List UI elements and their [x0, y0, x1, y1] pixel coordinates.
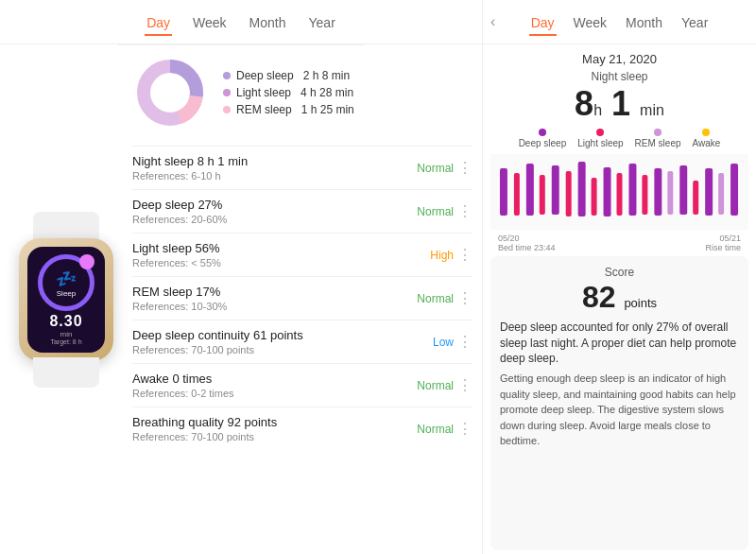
- metric-deep-sleep-status: Normal: [417, 205, 454, 218]
- svg-rect-19: [679, 165, 687, 215]
- legend-right-light-dot: [596, 129, 604, 136]
- svg-rect-18: [667, 171, 673, 215]
- svg-point-3: [151, 74, 189, 112]
- legend-right-awake-dot: [702, 129, 710, 136]
- legend: Deep sleep 2 h 8 min Light sleep 4 h 28 …: [223, 69, 354, 116]
- metric-deep-sleep: Deep sleep 27% References: 20-60% Normal…: [132, 189, 472, 233]
- watch-min: min: [60, 330, 73, 338]
- legend-right-deep: Deep sleep: [519, 129, 567, 148]
- sleep-data: Deep sleep 2 h 8 min Light sleep 4 h 28 …: [132, 45, 482, 554]
- tab-day-left[interactable]: Day: [145, 11, 172, 36]
- svg-rect-7: [526, 164, 534, 216]
- sleep-chart-svg: [490, 154, 748, 230]
- legend-rem-sleep: REM sleep 1 h 25 min: [223, 103, 354, 116]
- metric-deep-continuity-dots[interactable]: ⋮: [457, 335, 472, 350]
- metric-awake-left: Awake 0 times References: 0-2 times: [132, 372, 417, 399]
- svg-rect-9: [552, 165, 559, 215]
- svg-rect-16: [642, 175, 647, 215]
- sleep-label: Sleep: [57, 289, 76, 298]
- metric-deep-continuity-ref: References: 70-100 points: [132, 344, 433, 355]
- metric-night-sleep-status: Normal: [417, 162, 454, 175]
- svg-rect-12: [592, 178, 597, 216]
- svg-rect-8: [540, 175, 545, 215]
- metric-rem-sleep-status: Normal: [417, 292, 454, 305]
- metric-deep-continuity: Deep sleep continuity 61 points Referenc…: [132, 320, 472, 363]
- score-unit: points: [624, 296, 657, 310]
- metric-deep-sleep-title: Deep sleep 27%: [132, 198, 417, 212]
- legend-right-light: Light sleep: [577, 129, 623, 148]
- score-desc-body: Getting enough deep sleep is an indicato…: [500, 371, 739, 449]
- score-desc-title: Deep sleep accounted for only 27% of ove…: [500, 320, 739, 367]
- tab-day-right[interactable]: Day: [529, 11, 557, 36]
- metric-light-sleep: Light sleep 56% References: < 55% High ⋮: [132, 233, 472, 276]
- legend-right-awake: Awake: [693, 129, 721, 148]
- svg-rect-11: [578, 162, 586, 216]
- left-tab-bar: Day Week Month Year: [0, 0, 482, 44]
- watch-screen: 💤 Sleep 8.30 min Target: 8 h: [27, 247, 105, 353]
- tab-week-right[interactable]: Week: [572, 11, 610, 36]
- night-sleep-label: Night sleep: [483, 70, 756, 83]
- tab-year-right[interactable]: Year: [679, 11, 710, 36]
- legend-rem-sleep-value: 1 h 25 min: [301, 103, 354, 116]
- date-header: May 21, 2020: [483, 44, 756, 70]
- metric-night-sleep-ref: References: 6-10 h: [132, 170, 417, 182]
- svg-rect-5: [500, 168, 507, 216]
- big-sleep-time: 8h 1 min: [483, 85, 756, 123]
- watch-container: 💤 Sleep 8.30 min Target: 8 h: [0, 45, 132, 554]
- watch-target: Target: 8 h: [50, 338, 81, 345]
- metric-light-sleep-status: High: [430, 249, 454, 262]
- score-section: Score 82 points Deep sleep accounted for…: [490, 256, 748, 550]
- svg-rect-6: [514, 173, 520, 216]
- metric-deep-continuity-title: Deep sleep continuity 61 points: [132, 328, 433, 342]
- legend-right-rem: REM sleep: [635, 129, 681, 148]
- metric-deep-sleep-left: Deep sleep 27% References: 20-60%: [132, 198, 417, 225]
- tab-month-right[interactable]: Month: [624, 11, 664, 36]
- legend-right-rem-dot: [654, 129, 662, 136]
- svg-rect-10: [566, 171, 572, 216]
- metric-breathing-left: Breathing quality 92 points References: …: [132, 415, 417, 442]
- chart-bed-time: Bed time 23:44: [498, 243, 556, 252]
- svg-rect-17: [654, 168, 662, 216]
- metric-awake-ref: References: 0-2 times: [132, 388, 417, 399]
- metric-light-sleep-ref: References: < 55%: [132, 257, 430, 268]
- metric-light-sleep-dots[interactable]: ⋮: [457, 248, 472, 263]
- metric-night-sleep-dots[interactable]: ⋮: [457, 161, 472, 176]
- sleep-legend-row: Deep sleep Light sleep REM sleep Awake: [483, 123, 756, 154]
- tab-week-left[interactable]: Week: [191, 11, 229, 36]
- metric-deep-sleep-dots[interactable]: ⋮: [457, 204, 472, 219]
- right-tab-bar: ‹ Day Week Month Year: [483, 0, 756, 44]
- metric-awake-dots[interactable]: ⋮: [457, 378, 472, 393]
- watch-band-bottom: [33, 357, 99, 388]
- svg-rect-20: [693, 181, 698, 215]
- metric-night-sleep-title: Night sleep 8 h 1 min: [132, 154, 417, 168]
- nav-arrow-left[interactable]: ‹: [490, 13, 495, 30]
- legend-deep-sleep-label: Deep sleep: [236, 69, 294, 82]
- legend-deep-sleep-value: 2 h 8 min: [303, 69, 350, 82]
- metrics-list: Night sleep 8 h 1 min References: 6-10 h…: [132, 146, 472, 450]
- metric-rem-sleep-title: REM sleep 17%: [132, 285, 417, 299]
- svg-rect-23: [730, 164, 738, 216]
- metric-light-sleep-left: Light sleep 56% References: < 55%: [132, 241, 430, 268]
- sleep-unit-h: h: [593, 102, 602, 118]
- svg-rect-13: [604, 167, 611, 216]
- chart-bottom-labels: 05/20 Bed time 23:44 05/21 Rise time: [490, 234, 748, 252]
- legend-light-sleep: Light sleep 4 h 28 min: [223, 86, 354, 99]
- metric-rem-sleep-dots[interactable]: ⋮: [457, 291, 472, 306]
- metric-breathing-dots[interactable]: ⋮: [457, 422, 472, 437]
- metric-night-sleep-left: Night sleep 8 h 1 min References: 6-10 h: [132, 154, 417, 182]
- left-panel: Day Week Month Year 💤 Sleep 8.: [0, 0, 482, 554]
- metric-deep-continuity-status: Low: [433, 336, 454, 349]
- legend-right-awake-label: Awake: [693, 138, 721, 148]
- metric-breathing-ref: References: 70-100 points: [132, 431, 417, 442]
- legend-right-deep-dot: [539, 129, 546, 136]
- metric-rem-sleep-ref: References: 10-30%: [132, 301, 417, 312]
- sleep-minutes: 1: [611, 84, 630, 123]
- legend-rem-sleep-label: REM sleep: [236, 103, 292, 116]
- tab-year-left[interactable]: Year: [307, 11, 337, 36]
- watch-time: 8.30: [49, 313, 82, 330]
- metric-night-sleep: Night sleep 8 h 1 min References: 6-10 h…: [132, 146, 472, 189]
- tab-month-left[interactable]: Month: [248, 11, 288, 36]
- chart-rise-time: Rise time: [705, 243, 741, 252]
- metric-deep-sleep-ref: References: 20-60%: [132, 214, 417, 225]
- chart-start-label: 05/20: [498, 234, 556, 243]
